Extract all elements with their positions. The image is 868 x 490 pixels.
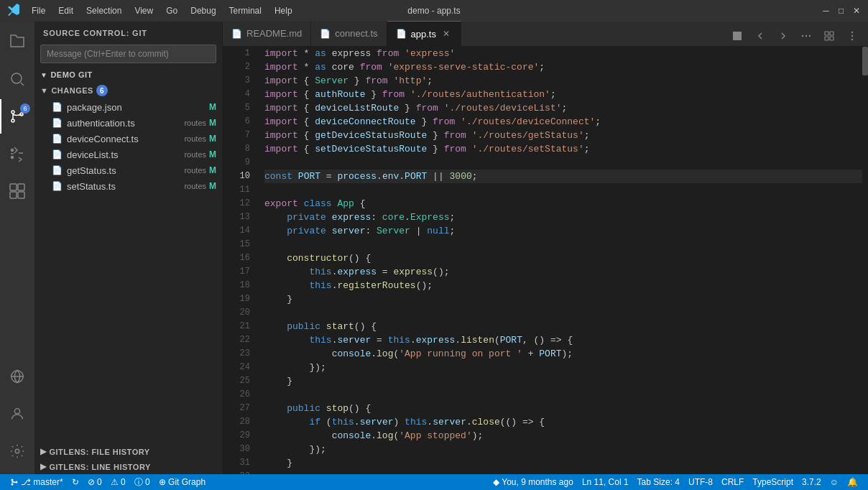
more-actions-button[interactable] <box>796 26 816 46</box>
status-language[interactable]: TypeScript <box>748 474 798 490</box>
file-item-authentication[interactable]: 📄 authentication.ts routes M <box>34 115 222 131</box>
code-line: if (this.server) this.server.close(() =>… <box>264 415 862 429</box>
line-num: 16 <box>223 251 250 265</box>
close-button[interactable]: ✕ <box>851 6 861 16</box>
status-sync[interactable]: ↻ <box>68 474 83 490</box>
maximize-button[interactable]: □ <box>836 6 846 16</box>
demo-git-label: DEMO GIT <box>50 70 92 79</box>
line-num: 6 <box>223 115 250 129</box>
status-warnings[interactable]: ⚠ 0 <box>106 474 130 490</box>
menu-selection[interactable]: Selection <box>80 4 127 17</box>
menu-file[interactable]: File <box>26 4 51 17</box>
line-num: 1 <box>223 47 250 60</box>
gitlens-line-history[interactable]: ▶ GITLENS: LINE HISTORY <box>34 459 222 474</box>
file-item-devicelist[interactable]: 📄 deviceList.ts routes M <box>34 147 222 162</box>
file-icon: 📄 <box>52 181 63 191</box>
status-gitgraph[interactable]: ⊕ Git Graph <box>154 474 210 490</box>
line-num: 4 <box>223 88 250 101</box>
activity-bar-extensions[interactable] <box>0 174 34 208</box>
bell-icon: 🔔 <box>847 477 858 487</box>
code-line: import * as express from 'express' <box>264 47 862 60</box>
gitlens-file-history[interactable]: ▶ GITLENS: FILE HISTORY <box>34 444 222 459</box>
go-forward-button[interactable] <box>773 26 793 46</box>
tab-bar: 📄 README.md 📄 connect.ts 📄 app.ts ✕ <box>223 22 868 47</box>
svg-point-23 <box>11 479 14 481</box>
status-info[interactable]: ⓘ 0 <box>130 474 154 490</box>
file-list: 📄 package.json M 📄 authentication.ts rou… <box>34 99 222 444</box>
warnings-label: ⚠ 0 <box>111 477 126 487</box>
code-line <box>264 183 862 197</box>
line-num: 15 <box>223 238 250 251</box>
tab-close-button[interactable]: ✕ <box>440 28 452 40</box>
activity-bar-git[interactable]: 6 <box>0 99 34 134</box>
menu-help[interactable]: Help <box>269 4 298 17</box>
status-errors[interactable]: ⊘ 0 <box>83 474 106 490</box>
line-ending-label: CRLF <box>721 477 744 487</box>
changes-header[interactable]: ▼ CHANGES 6 <box>34 82 222 99</box>
code-line: }); <box>264 361 862 374</box>
more-options[interactable] <box>842 26 862 46</box>
activity-bar-remote[interactable] <box>0 359 34 394</box>
line-num: 32 <box>223 470 250 474</box>
activity-bar-bottom <box>0 359 34 468</box>
status-branch[interactable]: ⎇ master* <box>6 474 68 490</box>
gitlens-info: You, 9 months ago <box>502 477 573 487</box>
menu-edit[interactable]: Edit <box>52 4 79 17</box>
line-num: 5 <box>223 101 250 115</box>
gitlens-file-label: GITLENS: FILE HISTORY <box>50 448 150 456</box>
code-line: constructor() { <box>264 251 862 265</box>
line-num: 7 <box>223 129 250 142</box>
file-item-setstatus[interactable]: 📄 setStatus.ts routes M <box>34 178 222 194</box>
file-item-package-json[interactable]: 📄 package.json M <box>34 99 222 115</box>
menu-go[interactable]: Go <box>160 4 183 17</box>
file-item-getstatus[interactable]: 📄 getStatus.ts routes M <box>34 162 222 178</box>
file-path: routes <box>184 182 206 190</box>
status-gitlens[interactable]: ◆ You, 9 months ago <box>489 474 578 490</box>
menu-debug[interactable]: Debug <box>185 4 221 17</box>
svg-point-1 <box>11 111 14 114</box>
tab-icon: 📄 <box>320 29 331 39</box>
status-bar: ⎇ master* ↻ ⊘ 0 ⚠ 0 ⓘ 0 ⊕ Git Graph ◆ Yo… <box>0 474 868 490</box>
activity-bar-settings[interactable] <box>0 434 34 468</box>
demo-git-section[interactable]: ▼ DEMO GIT <box>34 68 222 82</box>
svg-point-15 <box>809 35 811 37</box>
commit-message-input[interactable] <box>40 45 216 63</box>
file-item-deviceconnect[interactable]: 📄 deviceConnect.ts routes M <box>34 131 222 147</box>
minimize-button[interactable]: ─ <box>821 6 831 16</box>
tab-icon: 📄 <box>396 29 407 39</box>
file-name: authentication.ts <box>67 118 181 129</box>
status-line-col[interactable]: Ln 11, Col 1 <box>578 474 633 490</box>
scrollbar[interactable] <box>862 47 868 474</box>
code-line: this.express = express(); <box>264 265 862 279</box>
status-bell[interactable]: 🔔 <box>843 474 862 490</box>
tab-readme[interactable]: 📄 README.md <box>223 21 311 46</box>
split-editor-button[interactable] <box>727 26 747 46</box>
code-content[interactable]: import * as express from 'express' impor… <box>259 47 862 474</box>
file-path: routes <box>184 119 206 127</box>
tab-size-label: Tab Size: 4 <box>637 477 680 487</box>
activity-bar-search[interactable] <box>0 62 34 96</box>
tab-connect[interactable]: 📄 connect.ts <box>311 21 387 46</box>
status-version[interactable]: 3.7.2 <box>798 474 826 490</box>
sync-icon: ↻ <box>72 477 79 487</box>
status-encoding[interactable]: UTF-8 <box>684 474 717 490</box>
status-line-ending[interactable]: CRLF <box>717 474 748 490</box>
open-editors-layout[interactable] <box>819 26 839 46</box>
code-editor[interactable]: 1 2 3 4 5 6 7 8 9 10 11 12 13 14 15 16 1… <box>223 47 868 474</box>
activity-bar-debug[interactable] <box>0 137 34 171</box>
menu-view[interactable]: View <box>129 4 159 17</box>
tab-app[interactable]: 📄 app.ts ✕ <box>387 21 461 46</box>
line-num: 25 <box>223 374 250 388</box>
go-back-button[interactable] <box>750 26 770 46</box>
menu-terminal[interactable]: Terminal <box>223 4 267 17</box>
svg-point-14 <box>805 35 807 37</box>
activity-bar-account[interactable] <box>0 397 34 431</box>
code-line: public stop() { <box>264 402 862 415</box>
status-tab-size[interactable]: Tab Size: 4 <box>633 474 684 490</box>
language-label: TypeScript <box>752 477 793 487</box>
activity-bar-explorer[interactable] <box>0 24 34 59</box>
code-line <box>264 238 862 251</box>
line-num: 3 <box>223 74 250 88</box>
svg-point-12 <box>15 449 19 453</box>
status-feedback[interactable]: ☺ <box>826 474 843 490</box>
